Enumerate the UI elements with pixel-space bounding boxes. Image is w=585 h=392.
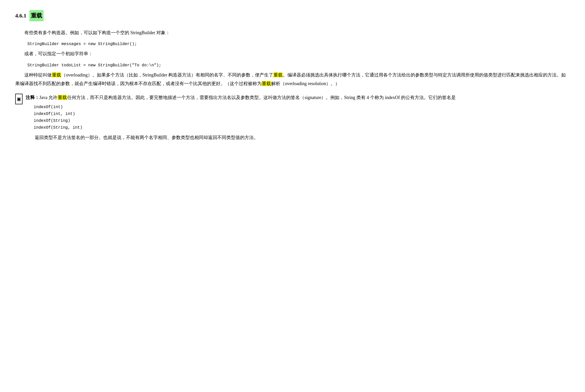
paragraph-overloading: 这种特征叫做重载（overloading）。如果多个方法（比如，StringBu…: [15, 71, 570, 88]
code-block-2: StringBuilder todoList = new StringBuild…: [27, 62, 570, 69]
p3-before1: 这种特征叫做: [24, 72, 52, 77]
p3-end: 解析（overloading resolution）。）: [271, 81, 340, 86]
note-highlight: 重载: [58, 95, 67, 100]
code-1-text: StringBuilder messages = new StringBuild…: [27, 42, 137, 46]
note-code-line-2: indexOf(int, int): [34, 111, 570, 117]
paragraph-2-text: 或者，可以指定一个初始字符串：: [24, 51, 93, 56]
note-content: 注释：Java 允许重载任何方法，而不只是构造器方法。因此，要完整地描述一个方法…: [26, 93, 570, 142]
note-code-line-1: indexOf(int): [34, 104, 570, 111]
section-number: 4.6.1: [15, 11, 26, 21]
note-code-line-3: indexOf(String): [34, 117, 570, 124]
code-2-text: StringBuilder todoList = new StringBuild…: [27, 63, 161, 68]
p3-mid1: （overloading）。如果多个方法（比如，StringBuilder 构造…: [61, 72, 273, 77]
note-label: 注释：: [26, 95, 39, 100]
paragraph-1-text: 有些类有多个构造器。例如，可以如下构造一个空的 StringBuilder 对象…: [24, 30, 170, 35]
note-code-block: indexOf(int) indexOf(int, int) indexOf(S…: [34, 104, 570, 131]
highlight-2: 重载: [273, 72, 283, 77]
paragraph-1: 有些类有多个构造器。例如，可以如下构造一个空的 StringBuilder 对象…: [15, 28, 570, 37]
note-code-line-4: indexOf(String, int): [34, 124, 570, 131]
section-heading: 重载: [29, 10, 44, 21]
highlight-1: 重载: [52, 72, 61, 77]
highlight-3: 重载: [262, 81, 271, 86]
paragraph-2: 或者，可以指定一个初始字符串：: [15, 49, 570, 58]
note-p1-before: Java 允许: [39, 95, 58, 100]
note-paragraph-2: 返回类型不是方法签名的一部分。也就是说，不能有两个名字相同、参数类型也相同却返回…: [26, 133, 570, 142]
note-icon: ▣: [15, 94, 23, 104]
note-block: ▣ 注释：Java 允许重载任何方法，而不只是构造器方法。因此，要完整地描述一个…: [15, 93, 570, 142]
code-block-1: StringBuilder messages = new StringBuild…: [27, 41, 570, 48]
note-p1-after: 任何方法，而不只是构造器方法。因此，要完整地描述一个方法，需要指出方法名以及参数…: [67, 95, 455, 100]
note-p2-text: 返回类型不是方法签名的一部分。也就是说，不能有两个名字相同、参数类型也相同却返回…: [35, 135, 258, 140]
section-title-container: 4.6.1 重载: [15, 10, 570, 21]
